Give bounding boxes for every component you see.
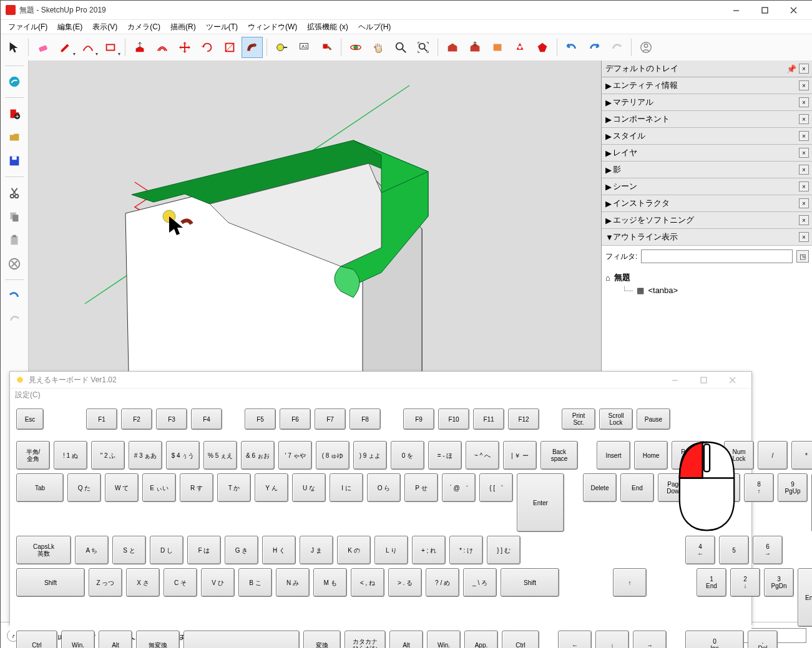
key-u[interactable]: U な <box>292 473 326 502</box>
osk-minimize-button[interactable] <box>660 370 689 389</box>
key-k[interactable]: K の <box>337 536 371 564</box>
panel-shadows[interactable]: ▶影× <box>602 162 812 178</box>
key-[interactable]: { [ ゜ <box>479 473 513 502</box>
key-0[interactable]: 0 を <box>391 441 424 470</box>
tray-close-icon[interactable]: × <box>799 64 809 74</box>
menu-file[interactable]: ファイル(F) <box>3 21 52 34</box>
key-3-pgdn[interactable]: 3PgDn <box>764 568 794 597</box>
outliner-filter-input[interactable] <box>641 249 793 263</box>
key-6[interactable]: & 6 ぉお <box>241 441 275 470</box>
key-print-scr[interactable]: PrintScr. <box>562 409 595 430</box>
key-1-end[interactable]: 1End <box>697 568 726 597</box>
key-capslk[interactable]: CapsLk英数 <box>16 536 71 564</box>
scale-tool[interactable] <box>219 37 240 58</box>
panel-entity-info[interactable]: ▶エンティティ情報× <box>602 77 812 94</box>
key-[interactable]: _ \ ろ <box>463 568 497 597</box>
key-enter[interactable]: Enter <box>798 568 812 627</box>
key-[interactable]: ? / め <box>426 568 459 597</box>
zoom-extents-tool[interactable] <box>413 37 434 58</box>
pencil-tool[interactable]: ▾ <box>55 37 76 58</box>
menu-window[interactable]: ウィンドウ(W) <box>243 21 302 34</box>
key-f3[interactable]: F3 <box>156 409 187 430</box>
key-pause[interactable]: Pause <box>637 409 670 430</box>
plugin-1001bit[interactable] <box>4 71 25 92</box>
key-app[interactable]: App. <box>464 631 498 648</box>
key-4[interactable]: $ 4 ぅう <box>166 441 200 470</box>
key-[interactable]: → <box>633 631 667 648</box>
key-alt[interactable]: Alt <box>389 631 423 648</box>
key-shift[interactable]: Shift <box>501 568 559 597</box>
key-[interactable]: | ￥ ー <box>503 441 537 470</box>
key-r[interactable]: R す <box>180 473 213 502</box>
rotate-tool[interactable] <box>197 37 218 58</box>
key-2[interactable]: 2↓ <box>730 568 760 597</box>
key-5[interactable]: % 5 ぇえ <box>203 441 237 470</box>
plugin-paste-icon[interactable] <box>4 230 25 251</box>
key-y[interactable]: Y ん <box>255 473 288 502</box>
key-9[interactable]: ) 9 ょよ <box>353 441 387 470</box>
key-end[interactable]: End <box>620 473 654 502</box>
key-[interactable]: + ; れ <box>412 536 446 564</box>
key-f2[interactable]: F2 <box>121 409 152 430</box>
key-f9[interactable]: F9 <box>403 409 434 430</box>
key-5[interactable]: 5 <box>719 536 749 564</box>
key-a[interactable]: A ち <box>75 536 109 564</box>
warehouse-tool[interactable] <box>487 37 508 58</box>
key-shift[interactable]: Shift <box>16 568 85 597</box>
key-9-pgup[interactable]: 9PgUp <box>778 473 808 502</box>
text-tool[interactable]: A1 <box>293 37 315 58</box>
plugin-save-icon[interactable] <box>4 150 25 172</box>
followme-tool[interactable] <box>242 37 263 58</box>
plugin-undo-icon[interactable] <box>4 285 25 306</box>
key-enter[interactable]: Enter <box>517 473 564 532</box>
key-b[interactable]: B こ <box>238 568 272 597</box>
panel-soften[interactable]: ▶エッジをソフトニング× <box>602 212 812 229</box>
osk-maximize-button[interactable] <box>689 370 718 389</box>
key-[interactable]: * <box>791 441 812 470</box>
key-f7[interactable]: F7 <box>315 409 346 430</box>
move-tool[interactable] <box>174 37 195 58</box>
key-f11[interactable]: F11 <box>473 409 504 430</box>
key-scroll-lock[interactable]: ScrollLock <box>599 409 633 430</box>
key-d[interactable]: D し <box>150 536 183 564</box>
undo-tool[interactable] <box>561 37 582 58</box>
key-win[interactable]: Win. <box>61 631 95 648</box>
plugin-cut-icon[interactable] <box>4 182 25 203</box>
key-4[interactable]: 4← <box>685 536 715 564</box>
key-[interactable]: < , ね <box>351 568 384 597</box>
key-home[interactable]: Home <box>634 441 668 470</box>
key-[interactable]: ← <box>558 631 592 648</box>
key-space[interactable] <box>183 631 300 648</box>
paint-tool[interactable] <box>316 37 337 58</box>
key-f1[interactable]: F1 <box>86 409 117 430</box>
panel-instructor[interactable]: ▶インストラクタ× <box>602 195 812 212</box>
menu-view[interactable]: 表示(V) <box>87 21 122 34</box>
3dwarehouse-get-tool[interactable] <box>442 37 463 58</box>
key-8[interactable]: 8↑ <box>744 473 774 502</box>
key-g[interactable]: G き <box>225 536 258 564</box>
key-s[interactable]: S と <box>112 536 146 564</box>
key-[interactable]: カタカナひらがな <box>345 631 386 648</box>
key-q[interactable]: Q た <box>67 473 101 502</box>
key-ctrl[interactable]: Ctrl <box>502 631 539 648</box>
key-[interactable]: 半角/全角 <box>16 441 50 470</box>
offset-tool[interactable] <box>152 37 173 58</box>
ext-warehouse-tool[interactable] <box>509 37 531 58</box>
panel-styles[interactable]: ▶スタイル× <box>602 128 812 145</box>
rectangle-tool[interactable]: ▾ <box>100 37 121 58</box>
plugin-copy-icon[interactable] <box>4 206 25 227</box>
orbit-tool[interactable] <box>345 37 366 58</box>
key-[interactable]: 無変換 <box>136 631 180 648</box>
arc-tool[interactable]: ▾ <box>77 37 99 58</box>
key-p[interactable]: P せ <box>404 473 438 502</box>
key-[interactable]: * : け <box>449 536 483 564</box>
key-8[interactable]: ( 8 ゅゆ <box>316 441 350 470</box>
redo-tool[interactable] <box>584 37 605 58</box>
key-n[interactable]: N み <box>276 568 310 597</box>
zoom-tool[interactable] <box>390 37 411 58</box>
key-7[interactable]: ' 7 ゃや <box>278 441 312 470</box>
key-[interactable]: ` @ ゛ <box>442 473 476 502</box>
window-close-button[interactable] <box>779 1 808 19</box>
menu-help[interactable]: ヘルプ(H) <box>353 21 396 34</box>
key-insert[interactable]: Insert <box>597 441 630 470</box>
